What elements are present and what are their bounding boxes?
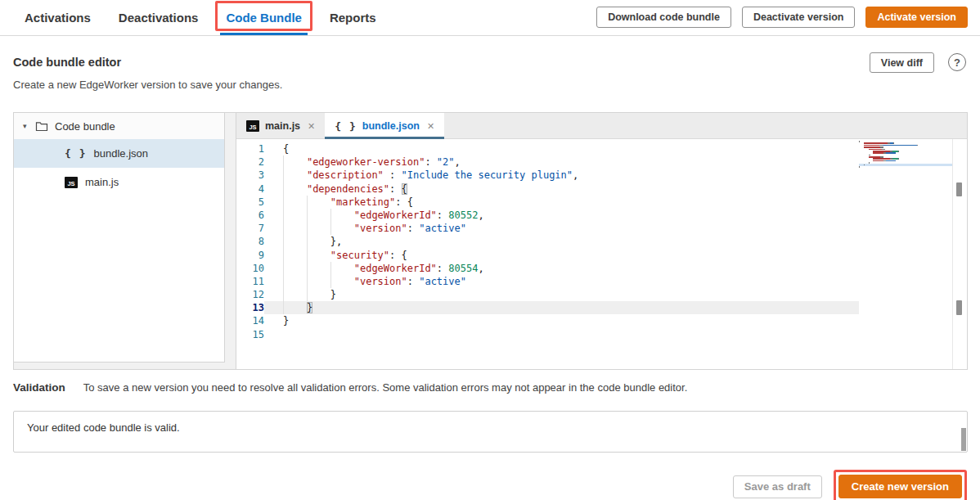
activate-version-button[interactable]: Activate version	[865, 7, 968, 28]
editor-tab-main-js[interactable]: JSmain.js✕	[236, 113, 325, 139]
indent-guide	[330, 209, 331, 222]
scrollbar-marker[interactable]	[956, 182, 962, 196]
nav-tab-code-bundle[interactable]: Code Bundle	[226, 0, 302, 35]
code-line[interactable]: 11 "version": "active"	[236, 275, 967, 288]
nav-tab-label: Code Bundle	[226, 11, 302, 25]
line-number: 12	[236, 288, 264, 301]
create-new-version-button[interactable]: Create new version	[838, 475, 962, 498]
indent-guide	[307, 196, 308, 209]
js-file-icon: JS	[65, 177, 78, 188]
validation-row: Validation To save a new version you nee…	[13, 381, 687, 394]
line-number: 6	[236, 209, 264, 222]
validation-description: To save a new version you need to resolv…	[83, 381, 688, 394]
save-as-draft-button[interactable]: Save as draft	[733, 475, 822, 498]
validation-message: Your edited code bundle is valid.	[27, 421, 954, 434]
indent-guide	[330, 222, 331, 235]
nav-tab-label: Deactivations	[119, 11, 199, 25]
line-number: 9	[236, 249, 264, 262]
help-icon[interactable]: ?	[948, 53, 966, 71]
code-line[interactable]: 9 "security": {	[236, 249, 967, 262]
line-number: 8	[236, 235, 264, 248]
indent-guide	[307, 235, 308, 248]
file-name: main.js	[85, 176, 119, 188]
indent-guide	[307, 222, 308, 235]
indent-guide	[283, 182, 284, 196]
line-number: 11	[236, 275, 264, 288]
nav-tab-label: Reports	[330, 11, 376, 25]
code-line[interactable]: 1{	[236, 142, 967, 155]
caret-down-icon[interactable]: ▾	[23, 122, 35, 130]
indent-guide	[330, 275, 331, 288]
nav-actions: Download code bundle Deactivate version …	[596, 7, 968, 28]
code-line[interactable]: 14}	[236, 314, 967, 327]
minimap[interactable]	[859, 141, 952, 170]
page-subtitle: Create a new EdgeWorker version to save …	[13, 79, 282, 91]
view-diff-button[interactable]: View diff	[870, 52, 934, 73]
close-icon[interactable]: ✕	[427, 121, 434, 132]
file-name: bundle.json	[93, 147, 148, 160]
line-number: 13	[236, 301, 264, 314]
indent-guide	[283, 196, 284, 209]
nav-tab-reports[interactable]: Reports	[330, 0, 376, 35]
line-number: 15	[236, 328, 264, 341]
editor-tab-label: main.js	[265, 120, 300, 132]
code-editor[interactable]: 1{2 "edgeworker-version": "2",3 "descrip…	[236, 139, 967, 369]
deactivate-version-button[interactable]: Deactivate version	[742, 7, 855, 28]
tree-root-code-bundle[interactable]: ▾ Code bundle	[14, 113, 224, 139]
code-line[interactable]: 15	[236, 328, 967, 341]
scrollbar-marker[interactable]	[956, 300, 962, 315]
panel-gap	[225, 113, 236, 369]
nav-tab-activations[interactable]: Activations	[25, 0, 91, 35]
nav-tab-label: Activations	[25, 11, 91, 25]
indent-guide	[283, 169, 284, 182]
indent-guide	[283, 249, 284, 262]
indent-guide	[283, 262, 284, 275]
indent-guide	[307, 275, 308, 288]
code-bundle-editor-shell: ▾ Code bundle { }bundle.jsonJSmain.js JS…	[13, 112, 968, 370]
tree-root-label: Code bundle	[55, 120, 115, 133]
code-line[interactable]: 12 }	[236, 288, 967, 301]
code-line[interactable]: 13 }	[236, 301, 967, 314]
indent-guide	[283, 275, 284, 288]
nav-tab-deactivations[interactable]: Deactivations	[119, 0, 199, 35]
folder-icon	[35, 121, 48, 132]
tree-item-main-js[interactable]: JSmain.js	[14, 168, 224, 196]
json-file-icon: { }	[65, 147, 86, 160]
active-tab-underline	[325, 137, 444, 139]
editor-tab-bundle-json[interactable]: { }bundle.json✕	[325, 113, 444, 139]
close-icon[interactable]: ✕	[308, 121, 315, 132]
indent-guide	[283, 301, 284, 314]
indent-guide	[283, 288, 284, 301]
validation-scrollbar[interactable]	[961, 428, 966, 451]
code-line[interactable]: 2 "edgeworker-version": "2",	[236, 155, 967, 169]
download-code-bundle-button[interactable]: Download code bundle	[596, 7, 731, 28]
code-line[interactable]: 3 "description" : "Include the security …	[236, 169, 967, 182]
editor-tabs: JSmain.js✕{ }bundle.json✕	[236, 113, 967, 139]
top-nav-bar: ActivationsDeactivationsCode BundleRepor…	[0, 0, 980, 36]
line-number: 10	[236, 262, 264, 275]
editor-panel: JSmain.js✕{ }bundle.json✕ 1{2 "edgeworke…	[236, 113, 967, 369]
file-tree-panel: ▾ Code bundle { }bundle.jsonJSmain.js	[14, 113, 225, 363]
annotation-highlight-box: Create new version	[834, 470, 967, 500]
line-number: 5	[236, 196, 264, 209]
indent-guide	[307, 249, 308, 262]
nav-tabs: ActivationsDeactivationsCode BundleRepor…	[25, 0, 376, 35]
code-line[interactable]: 10 "edgeWorkerId": 80554,	[236, 262, 967, 275]
code-line[interactable]: 4 "dependencies": {	[236, 182, 967, 196]
editor-scrollbar[interactable]	[952, 139, 967, 369]
indent-guide	[307, 288, 308, 301]
validation-label: Validation	[13, 381, 65, 394]
code-line[interactable]: 8 },	[236, 235, 967, 248]
minimap-current-line	[859, 164, 952, 167]
indent-guide	[283, 209, 284, 222]
footer-actions: Save as draft Create new version	[733, 470, 967, 500]
tree-item-bundle-json[interactable]: { }bundle.json	[14, 139, 224, 168]
indent-guide	[283, 155, 284, 169]
page-title: Code bundle editor	[13, 56, 121, 69]
code-line[interactable]: 5 "marketing": {	[236, 196, 967, 209]
code-line[interactable]: 6 "edgeWorkerId": 80552,	[236, 209, 967, 222]
indent-guide	[307, 262, 308, 275]
line-number: 2	[236, 155, 264, 169]
code-line[interactable]: 7 "version": "active"	[236, 222, 967, 235]
line-number: 3	[236, 169, 264, 182]
